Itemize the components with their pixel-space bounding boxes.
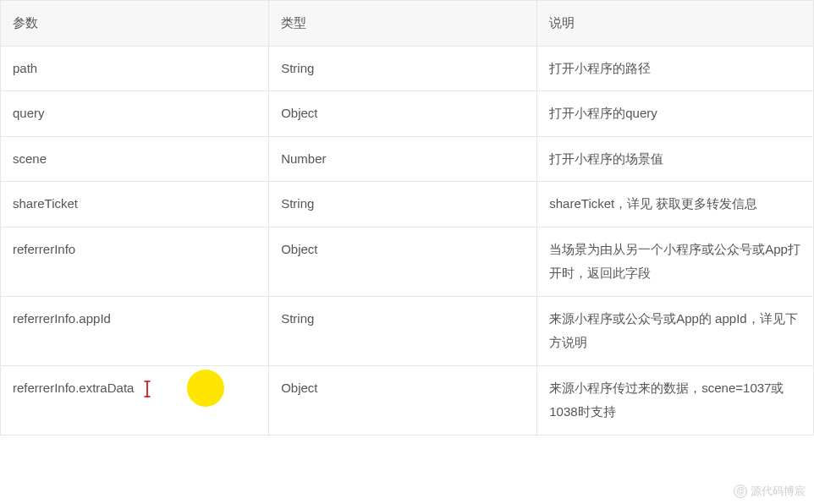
cell-param: scene (1, 136, 269, 182)
cell-desc: 打开小程序的路径 (537, 46, 814, 91)
cell-desc: 打开小程序的query (537, 91, 814, 137)
watermark-text: 源代码博宸 (751, 484, 806, 499)
header-desc: 说明 (537, 1, 814, 47)
table-row: scene Number 打开小程序的场景值 (1, 136, 814, 182)
at-icon: @ (734, 485, 747, 498)
table-header-row: 参数 类型 说明 (1, 1, 814, 47)
cell-type: Object (269, 365, 537, 435)
cell-desc: 来源小程序或公众号或App的 appId，详见下方说明 (537, 296, 814, 365)
watermark: @ 源代码博宸 (734, 484, 806, 499)
cell-type: Object (269, 227, 537, 296)
cell-param: referrerInfo.extraData (1, 365, 269, 435)
table-row: path String 打开小程序的路径 (1, 46, 814, 91)
cell-type: String (269, 182, 537, 227)
cell-param: referrerInfo (1, 227, 269, 296)
cell-desc: 打开小程序的场景值 (537, 136, 814, 182)
table-row: referrerInfo.appId String 来源小程序或公众号或App的… (1, 296, 814, 365)
header-param: 参数 (1, 1, 269, 47)
text-cursor-icon (143, 381, 151, 397)
table-row: shareTicket String shareTicket，详见 获取更多转发… (1, 182, 814, 227)
cell-desc: shareTicket，详见 获取更多转发信息 (537, 182, 814, 227)
cell-type: String (269, 296, 537, 365)
cell-type: Number (269, 136, 537, 182)
parameters-table: 参数 类型 说明 path String 打开小程序的路径 query Obje… (0, 0, 814, 436)
cell-param: path (1, 46, 269, 91)
cell-param: shareTicket (1, 182, 269, 227)
table-row: referrerInfo Object 当场景为由从另一个小程序或公众号或App… (1, 227, 814, 296)
cell-type: String (269, 46, 537, 91)
table-row: referrerInfo.extraData Object 来源小程序传过来的数… (1, 365, 814, 435)
cell-param: query (1, 91, 269, 137)
cell-param-text: referrerInfo.extraData (13, 381, 134, 395)
header-type: 类型 (269, 1, 537, 47)
cell-desc: 来源小程序传过来的数据，scene=1037或1038时支持 (537, 365, 814, 435)
cursor-highlight-icon (187, 370, 224, 407)
cell-param: referrerInfo.appId (1, 296, 269, 365)
table-row: query Object 打开小程序的query (1, 91, 814, 137)
cell-desc: 当场景为由从另一个小程序或公众号或App打开时，返回此字段 (537, 227, 814, 296)
cell-type: Object (269, 91, 537, 137)
